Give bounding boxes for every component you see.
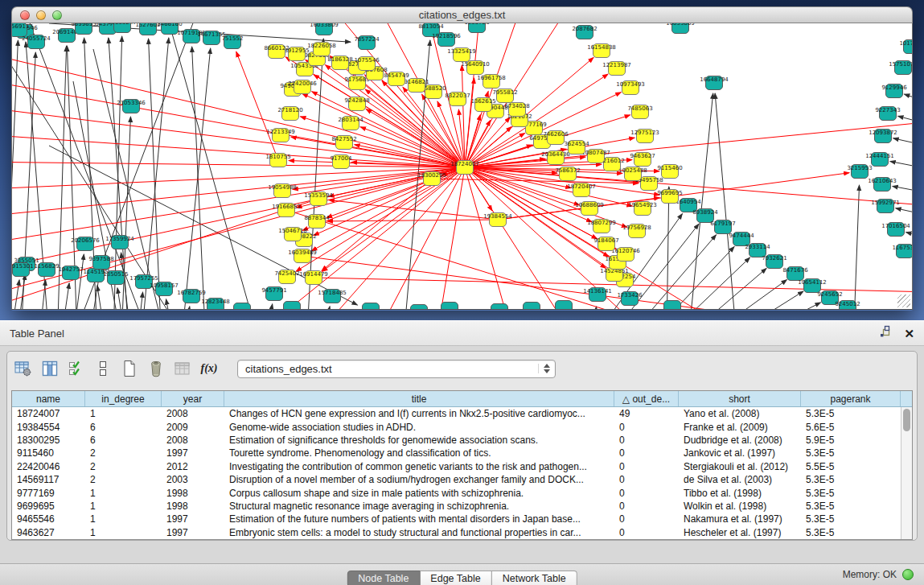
graph-node[interactable]	[363, 303, 380, 311]
graph-node[interactable]: 3215953	[847, 165, 872, 179]
close-panel-icon[interactable]: ✕	[904, 328, 914, 340]
graph-node[interactable]: 15992971	[871, 200, 900, 213]
graph-node[interactable]: 7857224	[354, 36, 380, 50]
graph-node[interactable]: 9227343	[875, 107, 900, 121]
graph-edge[interactable]	[893, 138, 912, 147]
network-window[interactable]: citations_edges.txt 94655461456911724055…	[11, 6, 913, 311]
tab-network-table[interactable]: Network Table	[492, 571, 577, 585]
graph-edge[interactable]	[890, 161, 912, 170]
graph-node[interactable]: 2803144	[338, 117, 363, 130]
delete-column-icon[interactable]	[146, 359, 166, 378]
graph-node[interactable]: 16961758	[477, 75, 506, 89]
graph-node[interactable]	[284, 302, 301, 311]
graph-edge[interactable]	[715, 93, 737, 310]
select-rows-icon[interactable]	[67, 359, 86, 378]
graph-node[interactable]	[664, 301, 681, 311]
graph-node[interactable]	[491, 304, 508, 311]
graph-node[interactable]: 16648794	[700, 76, 729, 90]
graph-edge[interactable]	[640, 246, 734, 310]
float-panel-icon[interactable]	[878, 325, 891, 341]
table-row[interactable]: 946362711997Embryonic stem cells: a mode…	[12, 526, 901, 539]
table-row[interactable]: 977716911998Corpus callosum shape and si…	[12, 486, 901, 499]
graph-edge[interactable]	[61, 283, 69, 310]
graph-node[interactable]: 9245012	[835, 301, 860, 311]
graph-node[interactable]: 15718485	[318, 290, 347, 303]
graph-node[interactable]: 12213987	[602, 62, 631, 76]
graph-node[interactable]: 8660122	[264, 45, 289, 59]
graph-node[interactable]: 13325419	[447, 48, 476, 62]
graph-node[interactable]: 1733426	[617, 292, 643, 306]
graph-node[interactable]: 12823448	[201, 299, 230, 311]
graph-node[interactable]	[524, 303, 540, 311]
network-graph[interactable]: 9465546145691172405572420691406969969594…	[12, 23, 912, 310]
tab-node-table[interactable]: Node Table	[347, 571, 420, 585]
graph-edge[interactable]	[12, 134, 465, 167]
graph-node[interactable]: 7955812	[492, 89, 517, 103]
column-header-in-degree[interactable]: in_degree	[85, 391, 162, 406]
graph-edge[interactable]	[893, 186, 912, 194]
graph-node[interactable]: 2718120	[277, 107, 302, 121]
graph-edge[interactable]	[12, 167, 465, 218]
graph-node[interactable]: 16053809	[666, 23, 695, 34]
graph-node[interactable]: 9055723	[464, 23, 489, 33]
hide-rows-icon[interactable]	[93, 359, 113, 378]
graph-node[interactable]: 20206576	[71, 237, 100, 251]
graph-node[interactable]: 9457791	[261, 287, 286, 301]
column-header-name[interactable]: name	[12, 391, 85, 406]
graph-edge[interactable]	[322, 307, 330, 310]
graph-edge[interactable]	[12, 49, 465, 167]
graph-edge[interactable]	[715, 291, 803, 310]
graph-node[interactable]: 8322037	[445, 93, 470, 106]
create-column-icon[interactable]	[120, 359, 139, 378]
graph-node[interactable]: 19654923	[628, 202, 657, 216]
graph-edge[interactable]	[12, 167, 465, 190]
graph-edge[interactable]	[329, 200, 498, 220]
graph-edge[interactable]	[904, 94, 912, 104]
graph-edge[interactable]	[97, 286, 105, 310]
function-builder-icon[interactable]: f(x)	[199, 359, 219, 378]
graph-edge[interactable]	[266, 304, 273, 310]
graph-node[interactable]: 14136141	[583, 288, 612, 302]
graph-node[interactable]: 7485063	[627, 105, 652, 119]
graph-node[interactable]: 751552	[222, 35, 244, 49]
graph-edge[interactable]	[12, 167, 465, 300]
graph-edge[interactable]	[465, 167, 515, 310]
minimize-window-button[interactable]	[36, 10, 46, 20]
graph-node[interactable]: 16039489	[288, 249, 317, 263]
column-header-pagerank[interactable]: pagerank	[801, 391, 901, 406]
graph-edge[interactable]	[12, 77, 465, 167]
graph-node[interactable]: 17016504	[881, 223, 910, 237]
graph-node[interactable]: 19218596	[432, 33, 461, 47]
network-window-titlebar[interactable]: citations_edges.txt	[11, 6, 913, 23]
graph-node[interactable]: 1167533	[892, 245, 912, 258]
graph-node[interactable]: 7425402	[274, 270, 299, 284]
graph-edge[interactable]	[138, 292, 143, 310]
graph-node[interactable]: 15640910	[461, 61, 490, 75]
graph-edge[interactable]	[896, 208, 912, 216]
graph-node[interactable]: 18720407	[567, 183, 596, 197]
table-row[interactable]: 911546021997Tourette syndrome. Phenomeno…	[12, 447, 901, 459]
graph-edge[interactable]	[192, 47, 206, 310]
graph-node[interactable]: 12975123	[630, 130, 659, 143]
import-table-icon[interactable]	[173, 359, 192, 378]
column-header-out-de-[interactable]: △ out_de...	[614, 391, 679, 406]
close-window-button[interactable]	[20, 10, 30, 20]
table-row[interactable]: 1456911722003Disruption of a novel membe…	[12, 473, 901, 486]
graph-edge[interactable]	[166, 299, 174, 310]
graph-edge[interactable]	[675, 268, 766, 310]
graph-edge[interactable]	[142, 38, 169, 310]
show-columns-icon[interactable]	[40, 359, 60, 378]
graph-node[interactable]	[556, 301, 573, 311]
graph-node[interactable]: 9463627	[630, 153, 655, 167]
graph-node[interactable]: 19166853	[272, 204, 301, 217]
graph-node[interactable]: 19054988	[268, 184, 297, 198]
graph-node[interactable]: 19756928	[622, 225, 651, 238]
graph-node[interactable]: 917004	[331, 155, 352, 169]
table-scrollbar[interactable]	[901, 407, 912, 539]
graph-node[interactable]: 16210643	[868, 178, 897, 192]
graph-node[interactable]: 7586372	[555, 167, 580, 181]
table-row[interactable]: 969969511998Structural magnetic resonanc…	[12, 500, 901, 513]
window-resize-grip[interactable]	[897, 295, 910, 307]
table-row[interactable]: 1872400712008Changes of HCN gene express…	[12, 407, 901, 420]
graph-node[interactable]	[234, 303, 251, 311]
